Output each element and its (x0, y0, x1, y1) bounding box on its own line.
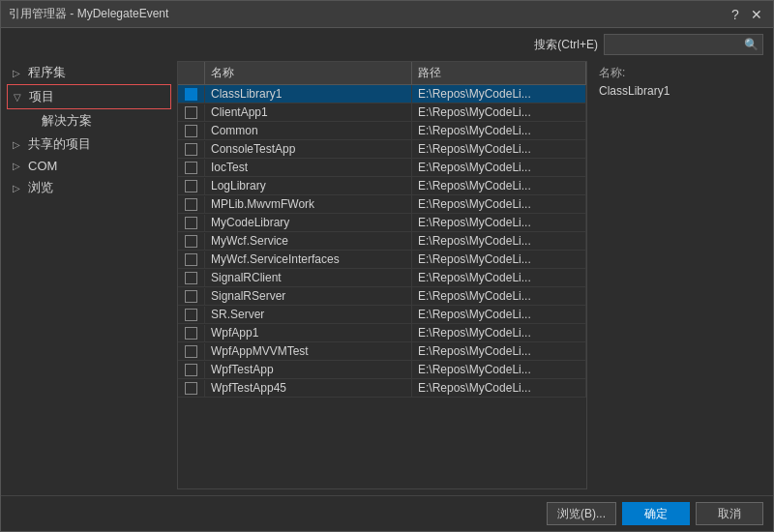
th-check (178, 62, 205, 84)
row-checkbox[interactable] (178, 196, 205, 213)
row-path: E:\Repos\MyCodeLi... (412, 251, 586, 268)
main-area: ▷程序集▽项目解决方案▷共享的项目▷COM▷浏览 名称路径ClassLibrar… (1, 61, 773, 495)
row-name: MyWcf.ServiceInterfaces (205, 251, 412, 268)
row-name: Common (205, 122, 412, 139)
row-name: ConsoleTestApp (205, 140, 412, 158)
browse-button[interactable]: 浏览(B)... (547, 502, 616, 525)
table-row[interactable]: SR.ServerE:\Repos\MyCodeLi... (178, 306, 586, 324)
sidebar-item-solution[interactable]: 解决方案 (7, 109, 171, 133)
ok-button[interactable]: 确定 (622, 502, 690, 525)
table-row[interactable]: MyWcf.ServiceInterfacesE:\Repos\MyCodeLi… (178, 251, 586, 269)
sidebar-item-shared[interactable]: ▷共享的项目 (7, 133, 171, 156)
search-icon: 🔍 (744, 38, 759, 51)
row-checkbox[interactable] (178, 178, 205, 194)
checkbox-icon (185, 309, 197, 321)
row-path: E:\Repos\MyCodeLi... (412, 85, 586, 103)
row-checkbox[interactable] (178, 325, 205, 341)
row-name: LogLibrary (205, 177, 412, 194)
checkbox-icon (185, 272, 197, 284)
chevron-icon: ▷ (13, 139, 24, 150)
reference-manager-dialog: 引用管理器 - MyDelegateEvent ? ✕ 搜索(Ctrl+E) 🔍… (0, 0, 774, 532)
row-checkbox[interactable] (178, 215, 205, 231)
table-row[interactable]: MPLib.MwvmFWorkE:\Repos\MyCodeLi... (178, 195, 586, 214)
sidebar-item-assemblies[interactable]: ▷程序集 (7, 61, 171, 84)
row-checkbox[interactable] (178, 104, 205, 121)
checkbox-icon (185, 327, 197, 340)
dialog-body: 搜索(Ctrl+E) 🔍 ▷程序集▽项目解决方案▷共享的项目▷COM▷浏览 名称… (1, 28, 773, 531)
row-checkbox[interactable] (178, 251, 205, 268)
table-row[interactable]: ClientApp1E:\Repos\MyCodeLi... (178, 103, 586, 122)
table-row[interactable]: WpfApp1E:\Repos\MyCodeLi... (178, 324, 586, 342)
top-bar: 搜索(Ctrl+E) 🔍 (1, 28, 773, 61)
table-row[interactable]: SignalRClientE:\Repos\MyCodeLi... (178, 269, 586, 287)
checkbox-icon (185, 235, 197, 248)
row-path: E:\Repos\MyCodeLi... (412, 269, 586, 286)
row-name: WpfTestApp45 (205, 379, 412, 397)
chevron-icon: ▷ (13, 68, 24, 78)
row-name: MPLib.MwvmFWork (205, 195, 412, 213)
sidebar-item-com[interactable]: ▷COM (7, 156, 171, 176)
sidebar-item-label: 程序集 (28, 64, 66, 81)
row-name: SignalRClient (205, 269, 412, 286)
table-row[interactable]: MyWcf.ServiceE:\Repos\MyCodeLi... (178, 232, 586, 251)
checkbox-icon (185, 364, 197, 376)
table-row[interactable]: MyCodeLibraryE:\Repos\MyCodeLi... (178, 214, 586, 232)
search-box: 🔍 (604, 34, 763, 55)
table-row[interactable]: ClassLibrary1E:\Repos\MyCodeLi... (178, 85, 586, 103)
cancel-button[interactable]: 取消 (696, 502, 763, 525)
row-name: ClassLibrary1 (205, 85, 412, 103)
checkbox-icon (185, 162, 197, 174)
sidebar-item-projects[interactable]: ▽项目 (7, 84, 171, 109)
sidebar-item-label: 项目 (29, 88, 54, 105)
dialog-title: 引用管理器 - MyDelegateEvent (9, 6, 727, 22)
table-row[interactable]: WpfAppMVVMTestE:\Repos\MyCodeLi... (178, 342, 586, 361)
table-area: 名称路径ClassLibrary1E:\Repos\MyCodeLi...Cli… (177, 61, 587, 489)
row-checkbox[interactable] (178, 362, 205, 378)
search-label: 搜索(Ctrl+E) (534, 37, 598, 53)
checkbox-icon (185, 345, 197, 358)
table-row[interactable]: SignalRServerE:\Repos\MyCodeLi... (178, 287, 586, 306)
row-path: E:\Repos\MyCodeLi... (412, 287, 586, 305)
sidebar: ▷程序集▽项目解决方案▷共享的项目▷COM▷浏览 (7, 61, 171, 489)
row-name: SignalRServer (205, 287, 412, 305)
row-checkbox[interactable] (178, 307, 205, 323)
row-checkbox[interactable] (178, 141, 205, 158)
table-row[interactable]: WpfTestApp45E:\Repos\MyCodeLi... (178, 379, 586, 398)
row-checkbox[interactable] (178, 343, 205, 360)
checkbox-icon (185, 125, 197, 137)
checkbox-icon (185, 198, 197, 211)
bottom-bar: 浏览(B)... 确定 取消 (1, 495, 773, 531)
th-name: 名称 (205, 62, 412, 84)
row-checkbox[interactable] (178, 233, 205, 250)
row-path: E:\Repos\MyCodeLi... (412, 361, 586, 378)
search-input[interactable] (609, 38, 744, 51)
chevron-icon: ▽ (14, 92, 25, 103)
sidebar-item-label: 共享的项目 (28, 135, 91, 153)
row-checkbox[interactable] (178, 123, 205, 139)
checkbox-icon (185, 253, 197, 266)
row-path: E:\Repos\MyCodeLi... (412, 379, 586, 397)
checkbox-icon (185, 290, 197, 303)
row-path: E:\Repos\MyCodeLi... (412, 214, 586, 231)
row-checkbox[interactable] (178, 86, 205, 103)
detail-name-label: 名称: (599, 65, 761, 81)
row-checkbox[interactable] (178, 270, 205, 286)
sidebar-item-label: 浏览 (28, 179, 53, 196)
row-checkbox[interactable] (178, 160, 205, 176)
table-row[interactable]: LogLibraryE:\Repos\MyCodeLi... (178, 177, 586, 195)
table-row[interactable]: WpfTestAppE:\Repos\MyCodeLi... (178, 361, 586, 379)
close-button[interactable]: ✕ (748, 6, 765, 23)
table-row[interactable]: IocTestE:\Repos\MyCodeLi... (178, 159, 586, 177)
table-row[interactable]: CommonE:\Repos\MyCodeLi... (178, 122, 586, 140)
row-name: WpfApp1 (205, 324, 412, 341)
row-path: E:\Repos\MyCodeLi... (412, 324, 586, 341)
sidebar-item-label: COM (28, 159, 57, 173)
title-controls: ? ✕ (727, 6, 765, 23)
table-row[interactable]: ConsoleTestAppE:\Repos\MyCodeLi... (178, 140, 586, 159)
row-checkbox[interactable] (178, 380, 205, 397)
checkbox-icon (185, 217, 197, 229)
row-checkbox[interactable] (178, 288, 205, 305)
help-button[interactable]: ? (727, 6, 744, 23)
row-path: E:\Repos\MyCodeLi... (412, 195, 586, 213)
sidebar-item-browse[interactable]: ▷浏览 (7, 176, 171, 199)
